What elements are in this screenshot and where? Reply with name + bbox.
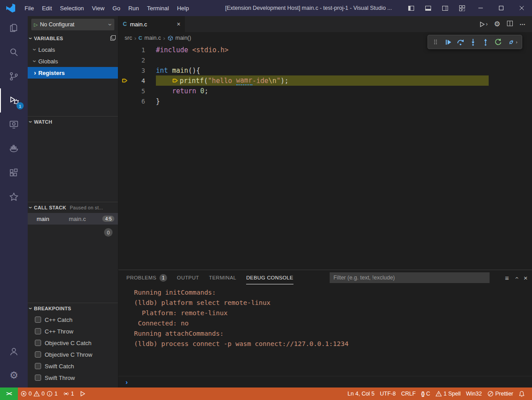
maximize-panel-icon[interactable]: › bbox=[513, 277, 519, 279]
watch-section: › WATCH bbox=[28, 116, 118, 202]
menu-terminal[interactable]: Terminal bbox=[143, 0, 173, 16]
debug-config-dropdown[interactable]: ▷ No Configurat › bbox=[31, 19, 114, 30]
breakpoint-checkbox[interactable] bbox=[35, 317, 41, 323]
tab-close-icon[interactable]: × bbox=[177, 21, 180, 28]
console-output[interactable]: Running initCommands:(lldb) platform sel… bbox=[118, 285, 532, 376]
menu-edit[interactable]: Edit bbox=[38, 0, 56, 16]
close-panel-icon[interactable]: × bbox=[524, 275, 528, 281]
breakpoint-item[interactable]: Objective C Throw bbox=[28, 349, 118, 360]
debug-toolbar-drag-handle[interactable] bbox=[430, 36, 441, 48]
variables-item-globals[interactable]: › Globals bbox=[28, 55, 118, 67]
minimize-button[interactable] bbox=[470, 0, 491, 16]
step-into-button[interactable] bbox=[467, 36, 479, 48]
breakpoint-checkbox[interactable] bbox=[35, 340, 41, 346]
collapse-all-icon[interactable] bbox=[110, 35, 116, 42]
docker-icon bbox=[8, 143, 19, 154]
layout-customize-icon[interactable] bbox=[453, 0, 470, 16]
menu-file[interactable]: File bbox=[21, 0, 38, 16]
run-file-button[interactable]: › bbox=[479, 21, 488, 28]
step-out-button[interactable] bbox=[480, 36, 491, 48]
layout-sidebar-right-icon[interactable] bbox=[436, 0, 453, 16]
tab-problems[interactable]: PROBLEMS 1 bbox=[126, 270, 167, 285]
problems-indicator[interactable]: 0 0 1 bbox=[18, 388, 60, 400]
remote-indicator[interactable]: >< bbox=[0, 388, 18, 400]
tab-main-c[interactable]: C main.c × bbox=[118, 16, 185, 32]
tab-debug-console[interactable]: DEBUG CONSOLE bbox=[246, 270, 293, 285]
ports-indicator[interactable]: 1 bbox=[60, 388, 77, 400]
breakpoints-list: C++ CatchC++ ThrowObjective C CatchObjec… bbox=[28, 314, 118, 383]
menu-selection[interactable]: Selection bbox=[56, 0, 88, 16]
console-input-row[interactable]: › bbox=[118, 376, 532, 388]
breakpoint-item[interactable]: C++ Catch bbox=[28, 314, 118, 325]
layout-panel-icon[interactable] bbox=[419, 0, 436, 16]
step-over-button[interactable] bbox=[455, 36, 466, 48]
breakpoint-item[interactable]: Objective C Catch bbox=[28, 337, 118, 349]
current-line-pointer-icon[interactable] bbox=[118, 77, 131, 84]
breakpoint-checkbox[interactable] bbox=[35, 328, 41, 334]
call-stack-section-header[interactable]: › CALL STACK Paused on st... bbox=[28, 202, 118, 213]
platform-indicator[interactable]: Win32 bbox=[463, 388, 484, 400]
chevron-down-icon: › bbox=[516, 40, 518, 45]
eol-indicator[interactable]: CRLF bbox=[398, 388, 419, 400]
layout-sidebar-icon[interactable] bbox=[402, 0, 419, 16]
close-button[interactable] bbox=[511, 0, 532, 16]
spell-indicator[interactable]: 1 Spell bbox=[433, 388, 463, 400]
breadcrumb-file[interactable]: main.c bbox=[144, 35, 161, 41]
step-into-icon bbox=[469, 38, 477, 46]
continue-button[interactable] bbox=[442, 36, 454, 48]
breakpoint-item[interactable]: Swift Throw bbox=[28, 372, 118, 383]
call-stack-count-badge: 0 bbox=[104, 228, 113, 237]
activity-settings[interactable]: ⚙ bbox=[0, 363, 28, 388]
prettier-indicator[interactable]: Prettier bbox=[485, 388, 516, 400]
settings-gear-button[interactable]: ⚙ bbox=[494, 21, 500, 28]
code-editor[interactable]: 1#include <stdio.h>23int main(){4 printf… bbox=[118, 44, 532, 270]
language-indicator[interactable]: {̇} C bbox=[419, 388, 433, 400]
activity-explorer[interactable] bbox=[0, 16, 28, 40]
debug-start-indicator[interactable] bbox=[77, 388, 88, 400]
info-icon bbox=[46, 391, 53, 397]
variables-item-registers[interactable]: › Registers bbox=[28, 67, 118, 79]
split-editor-button[interactable] bbox=[507, 20, 513, 28]
breakpoint-checkbox[interactable] bbox=[35, 363, 41, 369]
breakpoint-label: C++ Throw bbox=[45, 328, 73, 335]
inline-breakpoint-icon[interactable] bbox=[172, 77, 179, 84]
activity-docker[interactable] bbox=[0, 137, 28, 161]
breakpoints-section-header[interactable]: › BREAKPOINTS bbox=[28, 303, 118, 314]
breakpoint-item[interactable]: Swift Catch bbox=[28, 360, 118, 372]
menu-run[interactable]: Run bbox=[124, 0, 143, 16]
line-col-indicator[interactable]: Ln 4, Col 5 bbox=[345, 388, 377, 400]
menu-help[interactable]: Help bbox=[173, 0, 193, 16]
breadcrumb-src[interactable]: src bbox=[125, 35, 132, 41]
variables-item-locals[interactable]: › Locals bbox=[28, 44, 118, 55]
breakpoint-item[interactable]: C++ Throw bbox=[28, 325, 118, 337]
variables-section: › VARIABLES › Locals › Globals › Registe… bbox=[28, 33, 118, 116]
more-actions-button[interactable]: ⋯ bbox=[519, 21, 526, 28]
call-stack-frame[interactable]: main main.c 4:5 bbox=[28, 213, 118, 225]
watch-section-header[interactable]: › WATCH bbox=[28, 117, 118, 127]
activity-remote-explorer[interactable] bbox=[0, 112, 28, 137]
breakpoint-checkbox[interactable] bbox=[35, 375, 41, 381]
restart-button[interactable] bbox=[492, 36, 504, 48]
maximize-button[interactable] bbox=[491, 0, 511, 16]
activity-extensions[interactable] bbox=[0, 161, 28, 185]
breakpoint-checkbox[interactable] bbox=[35, 351, 41, 358]
start-debug-icon[interactable]: ▷ bbox=[34, 22, 38, 28]
activity-star[interactable] bbox=[0, 185, 28, 209]
notifications-bell[interactable] bbox=[516, 388, 528, 400]
activity-source-control[interactable] bbox=[0, 64, 28, 88]
menu-view[interactable]: View bbox=[88, 0, 109, 16]
variables-section-header[interactable]: › VARIABLES bbox=[28, 33, 118, 44]
console-filter-input[interactable] bbox=[330, 272, 490, 283]
activity-debug[interactable]: 1 bbox=[0, 88, 28, 112]
activity-account[interactable] bbox=[0, 339, 28, 363]
menu-go[interactable]: Go bbox=[109, 0, 124, 16]
tab-terminal[interactable]: TERMINAL bbox=[209, 270, 236, 285]
remote-explorer-icon bbox=[8, 119, 19, 130]
encoding-indicator[interactable]: UTF-8 bbox=[377, 388, 398, 400]
tab-output[interactable]: OUTPUT bbox=[177, 270, 199, 285]
play-icon bbox=[479, 21, 486, 28]
panel-menu-icon[interactable]: ≡ bbox=[505, 275, 509, 281]
breadcrumb-symbol[interactable]: main() bbox=[176, 35, 191, 41]
disconnect-button[interactable]: › bbox=[505, 36, 520, 48]
activity-search[interactable] bbox=[0, 40, 28, 64]
